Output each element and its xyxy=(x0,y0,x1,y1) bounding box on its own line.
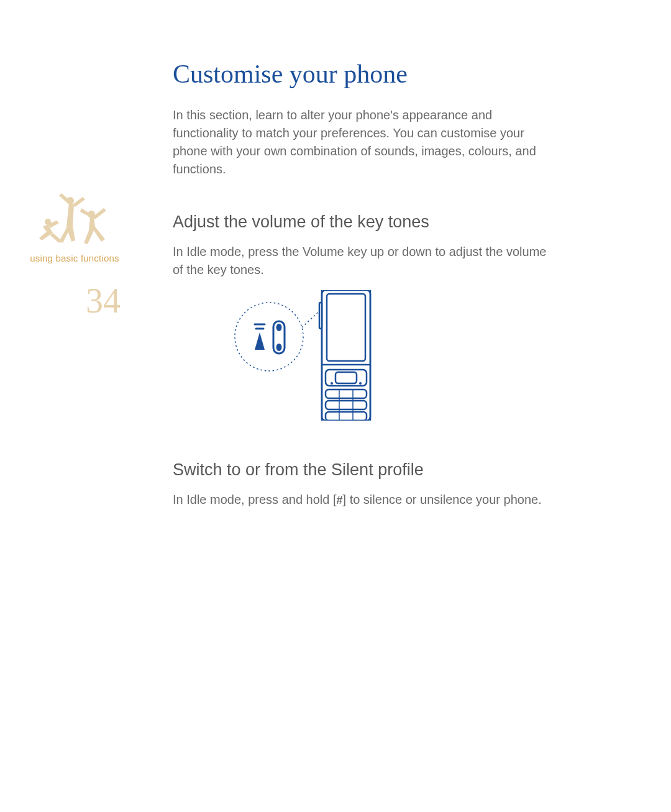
svg-point-17 xyxy=(331,382,333,385)
phone-volume-illustration xyxy=(229,290,558,423)
svg-rect-16 xyxy=(336,372,357,383)
sidebar: using basic functions 34 xyxy=(25,189,124,321)
content-column: Customise your phone In this section, le… xyxy=(173,59,558,520)
svg-marker-6 xyxy=(255,332,265,350)
svg-point-3 xyxy=(235,303,303,371)
dancers-icon xyxy=(25,189,124,248)
svg-point-9 xyxy=(276,344,282,351)
sidebar-caption: using basic functions xyxy=(25,253,124,263)
svg-rect-20 xyxy=(326,401,367,409)
page-number: 34 xyxy=(25,281,124,321)
intro-paragraph: In this section, learn to alter your pho… xyxy=(173,106,558,178)
silent-body-post: ] to silence or unsilence your phone. xyxy=(343,493,542,506)
svg-rect-13 xyxy=(327,294,365,361)
silent-body-pre: In Idle mode, press and hold [ xyxy=(173,493,337,506)
hash-key-icon: # xyxy=(337,494,343,506)
page-title: Customise your phone xyxy=(173,59,558,89)
svg-rect-12 xyxy=(319,303,322,329)
section-body-volume: In Idle mode, press the Volume key up or… xyxy=(173,243,558,279)
section-heading-silent: Switch to or from the Silent profile xyxy=(173,460,558,480)
svg-point-18 xyxy=(359,382,362,385)
section-heading-volume: Adjust the volume of the key tones xyxy=(173,212,558,232)
svg-point-8 xyxy=(276,324,282,331)
page: using basic functions 34 Customise your … xyxy=(0,0,671,812)
svg-rect-19 xyxy=(326,390,367,398)
svg-rect-21 xyxy=(326,412,367,421)
section-body-silent: In Idle mode, press and hold [#] to sile… xyxy=(173,491,558,509)
